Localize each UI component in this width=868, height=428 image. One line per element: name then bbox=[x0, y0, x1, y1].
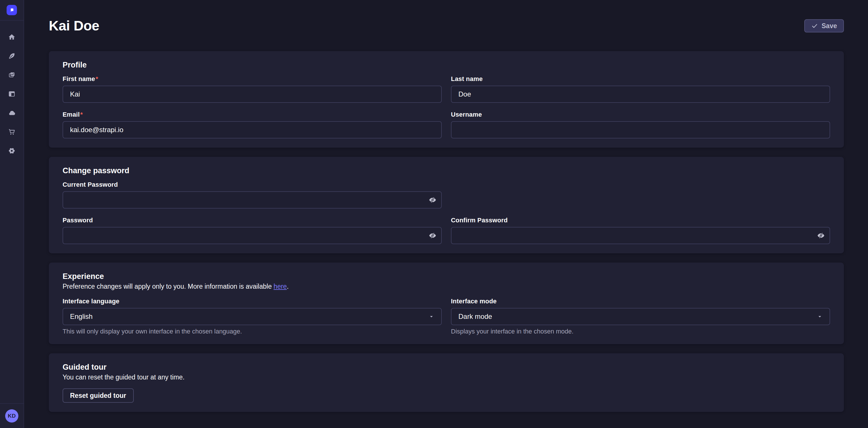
new-password-input[interactable] bbox=[63, 227, 442, 244]
page-header: Kai Doe Save bbox=[24, 0, 868, 34]
feather-icon bbox=[8, 52, 16, 60]
password-field-grid: Current Password bbox=[63, 181, 830, 244]
experience-card: Experience Preference changes will apply… bbox=[49, 262, 844, 344]
sidebar-footer: KD bbox=[0, 403, 24, 428]
change-password-heading: Change password bbox=[63, 166, 830, 175]
confirm-password-input[interactable] bbox=[451, 227, 830, 244]
save-button[interactable]: Save bbox=[804, 19, 844, 32]
save-button-label: Save bbox=[822, 22, 837, 30]
logo-section bbox=[0, 0, 24, 21]
sidebar-item-cloud[interactable] bbox=[0, 104, 24, 122]
reset-guided-tour-button[interactable]: Reset guided tour bbox=[63, 388, 134, 403]
eye-off-icon bbox=[429, 196, 437, 204]
first-name-label: First name* bbox=[63, 75, 442, 83]
profile-card: Profile First name* Last name Email* bbox=[49, 51, 844, 148]
eye-off-icon bbox=[817, 231, 825, 239]
username-input[interactable] bbox=[451, 121, 830, 139]
interface-mode-hint: Displays your interface in the chosen mo… bbox=[451, 328, 830, 335]
last-name-input[interactable] bbox=[451, 86, 830, 103]
first-name-label-text: First name bbox=[63, 75, 95, 82]
experience-heading: Experience bbox=[63, 272, 830, 281]
check-icon bbox=[811, 22, 818, 29]
email-label: Email* bbox=[63, 111, 442, 118]
layout-icon bbox=[8, 90, 16, 98]
eye-off-icon bbox=[429, 231, 437, 239]
gear-icon bbox=[8, 147, 16, 155]
strapi-logo[interactable] bbox=[7, 5, 17, 15]
interface-language-select[interactable]: English bbox=[63, 308, 442, 325]
guided-tour-description: You can reset the guided tour at any tim… bbox=[63, 373, 830, 381]
last-name-field-group: Last name bbox=[451, 75, 830, 103]
confirm-password-field-group: Confirm Password bbox=[451, 217, 830, 244]
required-marker: * bbox=[96, 75, 98, 82]
new-password-label: Password bbox=[63, 217, 442, 224]
chevron-down-icon bbox=[429, 314, 434, 319]
home-icon bbox=[8, 33, 16, 41]
interface-language-label: Interface language bbox=[63, 297, 442, 305]
page-body: Profile First name* Last name Email* bbox=[24, 34, 868, 412]
first-name-field-group: First name* bbox=[63, 75, 442, 103]
cart-icon bbox=[8, 128, 16, 136]
interface-mode-field-group: Interface mode Dark mode Displays your i… bbox=[451, 297, 830, 335]
user-avatar[interactable]: KD bbox=[5, 409, 19, 423]
email-label-text: Email bbox=[63, 111, 80, 118]
more-information-link[interactable]: here bbox=[274, 283, 287, 290]
change-password-card: Change password Current Password bbox=[49, 157, 844, 253]
experience-description-period: . bbox=[287, 283, 288, 290]
sidebar-item-settings[interactable] bbox=[0, 141, 24, 160]
interface-mode-value: Dark mode bbox=[458, 313, 492, 320]
interface-mode-label: Interface mode bbox=[451, 297, 830, 305]
new-password-field-group: Password bbox=[63, 217, 442, 244]
current-password-input[interactable] bbox=[63, 191, 442, 208]
toggle-password-visibility-button[interactable] bbox=[426, 229, 439, 242]
sidebar: KD bbox=[0, 0, 24, 428]
sidebar-item-home[interactable] bbox=[0, 28, 24, 47]
guided-tour-heading: Guided tour bbox=[63, 363, 830, 372]
interface-language-field-group: Interface language English This will onl… bbox=[63, 297, 442, 335]
cloud-icon bbox=[8, 109, 16, 117]
username-field-group: Username bbox=[451, 111, 830, 139]
email-field-group: Email* bbox=[63, 111, 442, 139]
current-password-label: Current Password bbox=[63, 181, 442, 189]
app-root: KD Kai Doe Save Profile First name* bbox=[0, 0, 868, 428]
profile-card-heading: Profile bbox=[63, 60, 830, 69]
strapi-logo-icon bbox=[8, 7, 15, 13]
sidebar-item-media-library[interactable] bbox=[0, 65, 24, 84]
experience-description-text: Preference changes will apply only to yo… bbox=[63, 283, 274, 290]
sidebar-item-content-builder[interactable] bbox=[0, 47, 24, 65]
experience-description: Preference changes will apply only to yo… bbox=[63, 283, 830, 290]
interface-language-value: English bbox=[70, 313, 93, 320]
main-content: Kai Doe Save Profile First name* Las bbox=[24, 0, 868, 428]
sidebar-nav bbox=[0, 28, 24, 160]
sidebar-item-marketplace[interactable] bbox=[0, 122, 24, 141]
last-name-label: Last name bbox=[451, 75, 830, 83]
current-password-field-group: Current Password bbox=[63, 181, 442, 208]
toggle-password-visibility-button[interactable] bbox=[814, 229, 828, 242]
guided-tour-card: Guided tour You can reset the guided tou… bbox=[49, 353, 844, 412]
chevron-down-icon bbox=[817, 314, 823, 319]
required-marker: * bbox=[81, 111, 83, 118]
username-label-text: Username bbox=[451, 111, 482, 118]
toggle-password-visibility-button[interactable] bbox=[426, 193, 439, 207]
email-input[interactable] bbox=[63, 121, 442, 139]
sidebar-item-content-manager[interactable] bbox=[0, 84, 24, 104]
interface-mode-select[interactable]: Dark mode bbox=[451, 308, 830, 325]
interface-language-hint: This will only display your own interfac… bbox=[63, 328, 442, 335]
confirm-password-label: Confirm Password bbox=[451, 217, 830, 224]
profile-field-grid: First name* Last name Email* Username bbox=[63, 75, 830, 139]
username-label: Username bbox=[451, 111, 830, 118]
media-library-icon bbox=[8, 71, 16, 79]
last-name-label-text: Last name bbox=[451, 75, 483, 82]
page-title: Kai Doe bbox=[49, 18, 99, 34]
experience-field-grid: Interface language English This will onl… bbox=[63, 297, 830, 335]
first-name-input[interactable] bbox=[63, 86, 442, 103]
